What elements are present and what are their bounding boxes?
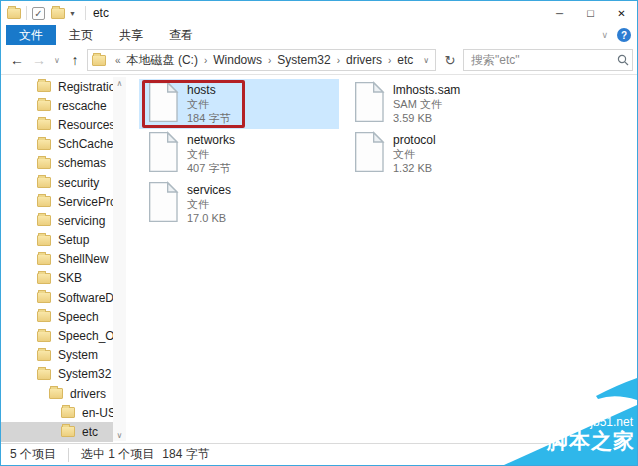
file-tile-protocol[interactable]: protocol文件1.32 KB	[345, 129, 545, 179]
file-list: hosts文件184 字节lmhosts.samSAM 文件3.59 KBnet…	[133, 75, 637, 443]
item-count: 5 个项目	[10, 446, 56, 463]
folder-icon	[37, 81, 51, 92]
history-dropdown-icon[interactable]: ∨	[50, 45, 64, 75]
file-type: 文件	[187, 197, 231, 211]
file-tile-text: networks文件407 字节	[187, 133, 235, 175]
folder-icon	[49, 388, 63, 399]
sidebar-item-speech_one[interactable]: Speech_One	[1, 326, 113, 345]
file-name: lmhosts.sam	[393, 83, 460, 97]
forward-icon[interactable]: →	[29, 45, 49, 75]
qat-new-folder-icon[interactable]	[51, 8, 65, 19]
qat-properties-icon[interactable]: ✓	[32, 7, 45, 20]
sidebar-item-security[interactable]: security	[1, 173, 113, 192]
app-folder-icon	[7, 8, 21, 19]
divider	[26, 6, 27, 20]
minimize-button[interactable]: ─	[544, 1, 575, 25]
sidebar-item-label: Registration	[58, 80, 113, 94]
file-tile-lmhosts.sam[interactable]: lmhosts.samSAM 文件3.59 KB	[345, 79, 545, 129]
folder-icon	[37, 196, 51, 207]
file-type: 文件	[187, 147, 235, 161]
folder-icon	[37, 119, 51, 130]
refresh-icon[interactable]: ↻	[440, 49, 460, 71]
maximize-button[interactable]: □	[575, 1, 606, 25]
ribbon-tab-0[interactable]: 文件	[6, 25, 56, 45]
title-bar: ✓ ▼ etc ─ □ ✕	[1, 1, 637, 25]
sidebar-item-rescache[interactable]: rescache	[1, 96, 113, 115]
sidebar-item-label: System32	[58, 367, 111, 381]
sidebar-item-label: rescache	[58, 99, 107, 113]
ribbon-tab-1[interactable]: 主页	[56, 25, 106, 45]
file-name: networks	[187, 133, 235, 147]
sidebar-item-registration[interactable]: Registration	[1, 77, 113, 96]
divider	[68, 448, 69, 462]
sidebar-item-speech[interactable]: Speech	[1, 307, 113, 326]
sidebar-item-label: Speech	[58, 310, 99, 324]
scroll-up-icon[interactable]: ∧	[113, 77, 126, 89]
address-dropdown-icon[interactable]: ∨	[423, 56, 431, 65]
sidebar-item-label: servicing	[58, 214, 105, 228]
file-icon	[147, 81, 179, 127]
sidebar-item-schcache[interactable]: SchCache	[1, 135, 113, 154]
sidebar-item-servicing[interactable]: servicing	[1, 211, 113, 230]
sidebar-item-label: Speech_One	[58, 329, 113, 343]
window-controls: ─ □ ✕	[544, 1, 637, 25]
file-tile-text: hosts文件184 字节	[187, 83, 230, 125]
close-button[interactable]: ✕	[606, 1, 637, 25]
file-tile-services[interactable]: services文件17.0 KB	[139, 179, 339, 229]
ribbon-tab-2[interactable]: 共享	[106, 25, 156, 45]
up-icon[interactable]: ↑	[65, 45, 85, 75]
breadcrumb-item-2[interactable]: System32	[275, 53, 332, 67]
file-tile-networks[interactable]: networks文件407 字节	[139, 129, 339, 179]
file-tile-hosts[interactable]: hosts文件184 字节	[139, 79, 339, 129]
sidebar-item-schemas[interactable]: schemas	[1, 154, 113, 173]
divider	[85, 6, 86, 20]
sidebar-item-label: Setup	[58, 233, 89, 247]
breadcrumb-item-1[interactable]: Windows	[211, 53, 264, 67]
file-tile-text: protocol文件1.32 KB	[393, 133, 436, 175]
sidebar-item-skb[interactable]: SKB	[1, 269, 113, 288]
breadcrumb-item-0[interactable]: 本地磁盘 (C:)	[125, 52, 200, 69]
folder-icon	[61, 426, 75, 437]
ribbon-tab-3[interactable]: 查看	[156, 25, 206, 45]
breadcrumb: 本地磁盘 (C:)›Windows›System32›drivers›etc	[125, 52, 416, 69]
file-size: 17.0 KB	[187, 211, 231, 225]
sidebar-item-etc[interactable]: etc	[1, 422, 113, 441]
folder-icon	[37, 235, 51, 246]
sidebar-item-setup[interactable]: Setup	[1, 231, 113, 250]
sidebar-item-en-us[interactable]: en-US	[1, 403, 113, 422]
sidebar-item-label: SchCache	[58, 137, 113, 151]
breadcrumb-separator-icon: ›	[333, 55, 344, 66]
sidebar-item-shellnew[interactable]: ShellNew	[1, 250, 113, 269]
sidebar-item-label: SKB	[58, 271, 82, 285]
breadcrumb-item-3[interactable]: drivers	[344, 53, 384, 67]
file-type: 文件	[187, 97, 230, 111]
selection-size: 184 字节	[162, 446, 209, 463]
sidebar-item-system32[interactable]: System32	[1, 365, 113, 384]
sidebar-item-serviceprofil[interactable]: ServiceProfil	[1, 192, 113, 211]
breadcrumb-item-4[interactable]: etc	[395, 53, 415, 67]
explorer-window: ✓ ▼ etc ─ □ ✕ 文件主页共享查看 ∨ ? ← → ∨ ↑ « 本地磁…	[0, 0, 638, 466]
folder-icon	[37, 350, 51, 361]
sidebar-scrollbar[interactable]: ∧ ∨	[113, 77, 126, 441]
sidebar-item-system[interactable]: System	[1, 346, 113, 365]
sidebar-item-softwaredist[interactable]: SoftwareDist	[1, 288, 113, 307]
location-folder-icon	[92, 55, 106, 66]
search-input[interactable]	[464, 53, 614, 67]
address-bar[interactable]: « 本地磁盘 (C:)›Windows›System32›drivers›etc…	[87, 49, 436, 71]
qat-customize-chevron-icon[interactable]: ▼	[69, 10, 76, 17]
folder-icon	[61, 407, 75, 418]
breadcrumb-overflow[interactable]: «	[111, 55, 125, 66]
sidebar-item-resources[interactable]: Resources	[1, 115, 113, 134]
window-title: etc	[93, 6, 109, 20]
file-tile-text: services文件17.0 KB	[187, 183, 231, 225]
sidebar-item-label: etc	[82, 425, 98, 439]
scroll-down-icon[interactable]: ∨	[113, 429, 126, 441]
file-name: protocol	[393, 133, 436, 147]
sidebar-item-drivers[interactable]: drivers	[1, 384, 113, 403]
file-icon	[147, 181, 179, 227]
ribbon-expand-chevron-icon[interactable]: ∨	[601, 30, 608, 40]
folder-icon	[37, 177, 51, 188]
help-icon[interactable]: ?	[617, 28, 631, 42]
search-icon[interactable]	[614, 54, 632, 66]
back-icon[interactable]: ←	[7, 45, 27, 75]
